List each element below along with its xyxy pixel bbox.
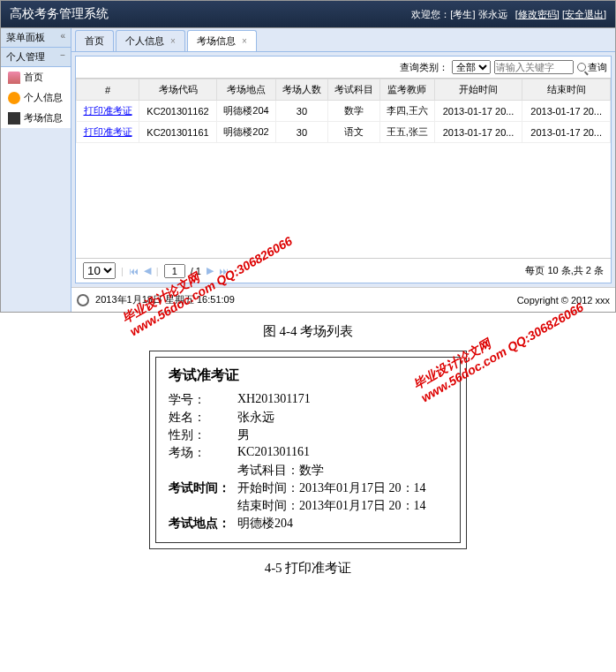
logout-link[interactable]: [安全退出] — [562, 9, 606, 19]
sidebar-item-label: 考场信息 — [24, 111, 63, 125]
table-header-row: # 考场代码 考场地点 考场人数 考试科目 监考教师 开始时间 结束时间 — [77, 79, 611, 101]
prev-page-icon[interactable]: ◀ — [144, 265, 151, 276]
cert-place: 明德楼204 — [237, 516, 447, 532]
last-page-icon[interactable]: ⏭ — [219, 266, 229, 276]
tab-personal[interactable]: 个人信息 × — [116, 30, 185, 51]
cell-count: 30 — [276, 101, 328, 122]
cert-name: 张永远 — [237, 410, 447, 426]
content-body: 查询类别： 全部 查询 # 考场代码 考场地点 考场人数 — [75, 56, 612, 283]
cert-spacer — [169, 498, 237, 514]
figure-caption-1: 图 4-4 考场列表 — [0, 323, 616, 340]
table-row[interactable]: 打印准考证 KC201301161 明德楼202 30 语文 王五,张三 201… — [77, 122, 611, 143]
cert-subject: 考试科目：数学 — [237, 463, 447, 479]
cert-time-label: 考试时间： — [169, 480, 237, 496]
total-pages: / 1 — [191, 266, 201, 276]
cert-student-id-label: 学号： — [169, 392, 237, 408]
page-size-select[interactable]: 10 — [83, 262, 116, 279]
cell-code: KC201301162 — [139, 101, 217, 122]
tab-label: 首页 — [85, 35, 104, 46]
search-label: 查询类别： — [400, 61, 448, 74]
main-container: 菜单面板 « 个人管理 − 首页 个人信息 考场信息 首页 — [0, 28, 616, 313]
cert-room: KC201301161 — [237, 445, 447, 461]
app-title: 高校考务管理系统 — [10, 6, 109, 22]
search-icon — [577, 63, 586, 72]
cert-place-label: 考试地点： — [169, 516, 237, 532]
search-button-label: 查询 — [588, 61, 607, 74]
col-code: 考场代码 — [139, 79, 217, 101]
cell-count: 30 — [276, 122, 328, 143]
cell-code: KC201301161 — [139, 122, 217, 143]
cell-start: 2013-01-17 20... — [434, 122, 522, 143]
cell-subject: 语文 — [327, 122, 379, 143]
cert-spacer — [169, 463, 237, 479]
status-bar: 2013年1月18日 星期五 16:51:09 Copyright © 2012… — [71, 287, 615, 312]
search-bar: 查询类别： 全部 查询 — [76, 57, 611, 79]
cell-end: 2013-01-17 20... — [522, 101, 611, 122]
minus-icon[interactable]: − — [60, 50, 65, 64]
certificate-title: 考试准考证 — [169, 366, 447, 385]
cert-start-time: 开始时间：2013年01月17日 20：14 — [237, 480, 447, 496]
pagination-bar: 10 | ⏮ ◀ | / 1 ▶ ⏭ 每页 10 条,共 2 条 — [76, 258, 611, 283]
first-page-icon[interactable]: ⏮ — [129, 266, 139, 276]
col-count: 考场人数 — [276, 79, 328, 101]
separator: | — [156, 266, 159, 276]
search-input[interactable] — [494, 60, 574, 74]
col-start: 开始时间 — [434, 79, 522, 101]
print-link[interactable]: 打印准考证 — [84, 126, 132, 137]
cert-gender: 男 — [237, 427, 447, 443]
sidebar-panel-title: 菜单面板 — [6, 31, 45, 44]
pagination-summary: 每页 10 条,共 2 条 — [525, 264, 604, 277]
search-category-select[interactable]: 全部 — [452, 60, 491, 74]
exam-icon — [8, 112, 20, 125]
close-icon[interactable]: × — [242, 36, 247, 46]
col-place: 考场地点 — [217, 79, 276, 101]
sidebar-item-home[interactable]: 首页 — [1, 67, 71, 87]
tab-bar: 首页 个人信息 × 考场信息 × — [71, 28, 615, 52]
sidebar-item-personal[interactable]: 个人信息 — [1, 87, 71, 108]
sidebar-section-header[interactable]: 个人管理 − — [1, 48, 71, 67]
figure-caption-2: 4-5 打印准考证 — [0, 560, 616, 577]
cert-gender-label: 性别： — [169, 427, 237, 443]
cert-name-label: 姓名： — [169, 410, 237, 426]
cert-end-time: 结束时间：2013年01月17日 20：14 — [237, 498, 447, 514]
sidebar-panel-header: 菜单面板 « — [1, 28, 71, 48]
cert-student-id: XH201301171 — [237, 392, 447, 408]
next-page-icon[interactable]: ▶ — [207, 265, 214, 276]
datetime-area: 2013年1月18日 星期五 16:51:09 — [77, 293, 235, 306]
sidebar: 菜单面板 « 个人管理 − 首页 个人信息 考场信息 — [1, 28, 71, 312]
cell-subject: 数学 — [327, 101, 379, 122]
welcome-text: 欢迎您：[考生] 张永远 — [411, 9, 507, 19]
print-link[interactable]: 打印准考证 — [84, 105, 132, 116]
table-row[interactable]: 打印准考证 KC201301162 明德楼204 30 数学 李四,王六 201… — [77, 101, 611, 122]
separator: | — [121, 266, 124, 276]
content-area: 首页 个人信息 × 考场信息 × 查询类别： 全部 查询 — [71, 28, 615, 312]
change-password-link[interactable]: [修改密码] — [515, 9, 560, 19]
sidebar-section-title: 个人管理 — [6, 50, 45, 64]
tab-exam[interactable]: 考场信息 × — [187, 30, 257, 51]
cell-place: 明德楼204 — [217, 101, 276, 122]
cell-start: 2013-01-17 20... — [434, 101, 522, 122]
cell-end: 2013-01-17 20... — [522, 122, 611, 143]
cert-room-label: 考场： — [169, 445, 237, 461]
sidebar-item-exam[interactable]: 考场信息 — [1, 108, 71, 128]
page-number-input[interactable] — [164, 264, 185, 278]
tab-home[interactable]: 首页 — [75, 30, 114, 51]
sidebar-item-label: 个人信息 — [24, 91, 63, 104]
col-subject: 考试科目 — [327, 79, 379, 101]
close-icon[interactable]: × — [170, 36, 176, 46]
certificate-container: 考试准考证 学号： XH201301171 姓名： 张永远 性别： 男 考场： … — [149, 351, 467, 549]
tab-label: 个人信息 — [125, 35, 164, 46]
col-teacher: 监考教师 — [379, 79, 434, 101]
table-empty-area — [76, 143, 611, 258]
search-button[interactable]: 查询 — [577, 61, 607, 74]
home-icon — [8, 72, 20, 84]
person-icon — [8, 92, 20, 104]
cell-place: 明德楼202 — [217, 122, 276, 143]
datetime-text: 2013年1月18日 星期五 16:51:09 — [95, 294, 235, 305]
copyright-text: Copyright © 2012 xxx — [517, 295, 610, 306]
exam-certificate: 考试准考证 学号： XH201301171 姓名： 张永远 性别： 男 考场： … — [155, 357, 461, 543]
collapse-icon[interactable]: « — [60, 31, 65, 44]
clock-icon — [77, 294, 89, 306]
cell-teacher: 王五,张三 — [379, 122, 434, 143]
header-user-area: 欢迎您：[考生] 张永远 [修改密码] [安全退出] — [411, 8, 606, 21]
